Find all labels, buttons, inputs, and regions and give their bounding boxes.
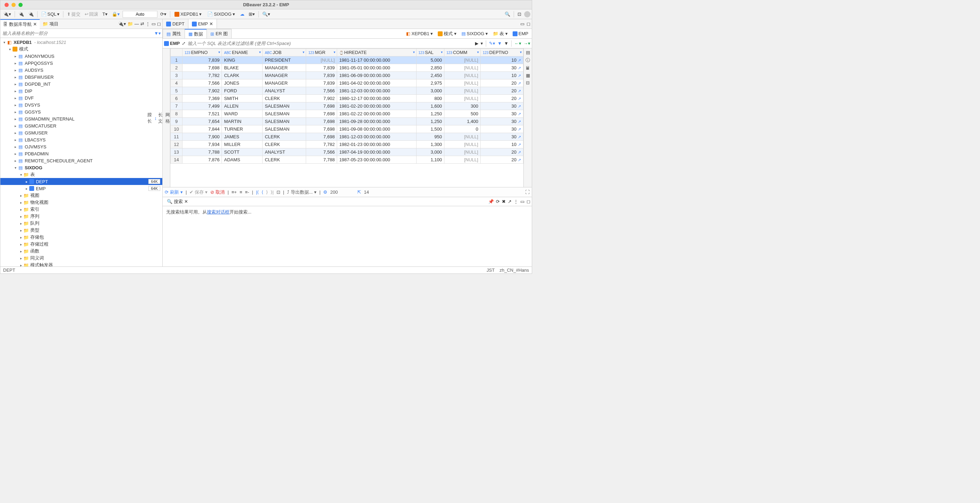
table-row[interactable]: 27,698BLAKEMANAGER7,8391981-05-01 00:00:… — [171, 64, 523, 72]
tree-schema-gsmcatuser[interactable]: ▸▤GSMCATUSER — [0, 122, 162, 129]
nav-max-icon[interactable]: ◻ — [157, 21, 161, 27]
sp-max-icon[interactable]: ◻ — [527, 199, 530, 204]
prev-page-icon[interactable]: ⟨ — [261, 189, 263, 195]
tree-schema-audsys[interactable]: ▸▤AUDSYS — [0, 67, 162, 73]
table-row[interactable]: 137,788SCOTTANALYST7,5661987-04-19 00:00… — [171, 148, 523, 156]
tree-folder[interactable]: ▸📁视图 — [0, 192, 162, 199]
gutter-sort-icon[interactable]: ↕ — [154, 116, 157, 121]
table-row[interactable]: 47,566JONESMANAGER7,8391981-04-02 00:00:… — [171, 80, 523, 87]
column-header-comm[interactable]: 123COMM▾ — [444, 49, 480, 56]
tree-schema-anonymous[interactable]: ▸▤ANONYMOUS — [0, 53, 162, 60]
funnel1-icon[interactable]: ▼ — [497, 41, 502, 46]
tree-schema-dvf[interactable]: ▸▤DVF — [0, 94, 162, 101]
sp-menu-icon[interactable]: ⋮ — [514, 199, 518, 204]
close-window-icon[interactable] — [5, 3, 9, 7]
table-row[interactable]: 67,369SMITHCLERK7,9021980-12-17 00:00:00… — [171, 95, 523, 102]
table-row[interactable]: 17,839KINGPRESIDENT[NULL]1981-11-17 00:0… — [171, 56, 523, 64]
sp-pin-icon[interactable]: 📌 — [488, 199, 494, 204]
search-tab[interactable]: 🔍 搜索 ✕ — [164, 198, 191, 205]
tree-folder[interactable]: ▸📁存储过程 — [0, 241, 162, 248]
funnel2-icon[interactable]: ▼ — [504, 41, 509, 46]
fk-link-icon[interactable]: ↗ — [518, 81, 521, 85]
dup-row-icon[interactable]: ≡ — [240, 189, 242, 195]
tree-folder[interactable]: ▸📁序列 — [0, 213, 162, 220]
run-drop-icon[interactable]: ▾ — [480, 41, 483, 46]
tree-schema-pdbadmin[interactable]: ▸▤PDBADMIN — [0, 150, 162, 157]
fk-link-icon[interactable]: ↗ — [518, 119, 521, 124]
column-header-mgr[interactable]: 123MGR▾ — [306, 49, 337, 56]
cancel-button[interactable]: ⊘取消 — [210, 189, 224, 196]
tx-button[interactable]: T▾ — [101, 11, 109, 18]
table-row[interactable]: 117,900JAMESCLERK7,6981981-12-03 00:00:0… — [171, 133, 523, 141]
table-row[interactable]: 87,521WARDSALESMAN7,6981981-02-22 00:00:… — [171, 110, 523, 118]
fk-link-icon[interactable]: ↗ — [518, 135, 521, 139]
nav-menu-icon[interactable]: ⋮ — [146, 21, 150, 27]
table-row[interactable]: 127,934MILLERCLERK7,7821982-01-23 00:00:… — [171, 141, 523, 148]
tree-folder[interactable]: ▸📁队列 — [0, 220, 162, 227]
filter-funnel-icon[interactable]: ▼▾ — [153, 30, 162, 37]
schema-chip[interactable]: 📄SIXDOG ▾ — [205, 11, 237, 17]
nav-new-icon[interactable]: 🔌▾ — [118, 21, 126, 27]
calc-icon[interactable]: 🖩 — [525, 65, 530, 71]
fk-link-icon[interactable]: ↗ — [518, 58, 521, 62]
export-button[interactable]: ⤴导出数据... ▾ — [287, 189, 317, 196]
rollback-button[interactable]: ↩回滚 — [83, 10, 100, 18]
tree-folder[interactable]: ▸📁存储包 — [0, 234, 162, 241]
tree-schema-sixdog[interactable]: ▾▤SIXDOG — [0, 164, 162, 171]
sub-tab-1[interactable]: ▦数据 — [185, 29, 207, 38]
new-connection-button[interactable]: 🔌▾ — [2, 11, 13, 18]
breadcrumb-1[interactable]: 模式 ▾ — [436, 30, 458, 37]
find-button[interactable]: 🔍 — [503, 11, 512, 18]
table-row[interactable]: 97,654MARTINSALESMAN7,6981981-09-28 00:0… — [171, 118, 523, 126]
nav-folder-icon[interactable]: 📁 — [127, 21, 133, 27]
gutter-grid-label[interactable]: 网格 — [165, 112, 170, 124]
minimize-window-icon[interactable] — [11, 3, 16, 7]
column-header-sal[interactable]: 123SAL▾ — [416, 49, 444, 56]
settings-icon[interactable]: ⚙ — [323, 189, 327, 195]
search-button[interactable]: 🔍▾ — [261, 11, 272, 18]
tree-folder[interactable]: ▸📁同义词 — [0, 255, 162, 262]
tree-schema-dip[interactable]: ▸▤DIP — [0, 88, 162, 94]
expand-icon[interactable]: ⤢ — [182, 41, 186, 46]
nav-link-icon[interactable]: ⇄ — [140, 21, 144, 27]
tree-folder[interactable]: ▸📁索引 — [0, 206, 162, 213]
tree-schema-dbsfwuser[interactable]: ▸▤DBSFWUSER — [0, 73, 162, 80]
sql-editor-button[interactable]: 📄SQL ▾ — [40, 11, 61, 18]
table-row[interactable]: 37,782CLARKMANAGER7,8391981-06-09 00:00:… — [171, 72, 523, 80]
connect-button[interactable]: 🔌 — [17, 11, 25, 18]
tree-tables-folder[interactable]: ▾📁表 — [0, 171, 162, 178]
commit-button[interactable]: ⬆提交 — [65, 10, 82, 18]
save-button[interactable]: ✔保存 ▾ — [189, 189, 208, 196]
gutter-text-label[interactable]: 长文 — [158, 112, 163, 124]
breadcrumb-2[interactable]: ▤ SIXDOG ▾ — [460, 31, 489, 37]
sql-filter-input[interactable] — [188, 41, 473, 46]
table-row[interactable]: 147,876ADAMSCLERK7,7881987-05-23 00:00:0… — [171, 156, 523, 164]
fetch-icon[interactable]: ⊡ — [277, 189, 280, 195]
fk-link-icon[interactable]: ↗ — [518, 112, 521, 116]
tree-schema-dgpdb_int[interactable]: ▸▤DGPDB_INT — [0, 80, 162, 88]
first-page-icon[interactable]: |⟨ — [256, 189, 259, 195]
disconnect-button[interactable]: 🔌 — [27, 11, 35, 18]
editor-max-icon[interactable]: ◻ — [527, 21, 530, 27]
tree-schema-remote_scheduler_agent[interactable]: ▸▤REMOTE_SCHEDULER_AGENT — [0, 157, 162, 164]
column-header-empno[interactable]: 123EMPNO▾ — [183, 49, 222, 56]
fk-link-icon[interactable]: ↗ — [518, 66, 521, 70]
next-page-icon[interactable]: ⟩ — [266, 189, 268, 195]
fk-link-icon[interactable]: ↗ — [518, 127, 521, 131]
del-row-icon[interactable]: ≡- — [245, 189, 249, 195]
user-avatar-icon[interactable] — [524, 11, 530, 18]
perspective-button[interactable]: ⊡ — [516, 11, 523, 18]
tree-schemas[interactable]: ▾模式 — [0, 46, 162, 53]
tree-schema-ojvmsys[interactable]: ▸▤OJVMSYS — [0, 143, 162, 150]
maximize-grid-icon[interactable]: ⛶ — [525, 189, 530, 195]
editor-min-icon[interactable]: ▭ — [520, 21, 525, 27]
tree-schema-gsmadmin_internal[interactable]: ▸▤GSMADMIN_INTERNAL — [0, 115, 162, 122]
next-icon[interactable]: →▾ — [523, 41, 530, 46]
close-icon[interactable]: ✕ — [209, 21, 213, 27]
fk-link-icon[interactable]: ↗ — [518, 97, 521, 101]
column-header-ename[interactable]: ABCENAME▾ — [222, 49, 262, 56]
sp-del-icon[interactable]: ✖ — [502, 199, 506, 204]
ref-icon[interactable]: ⊟ — [526, 80, 530, 85]
maximize-window-icon[interactable] — [19, 3, 23, 7]
tree-schema-appqossys[interactable]: ▸▤APPQOSSYS — [0, 60, 162, 67]
